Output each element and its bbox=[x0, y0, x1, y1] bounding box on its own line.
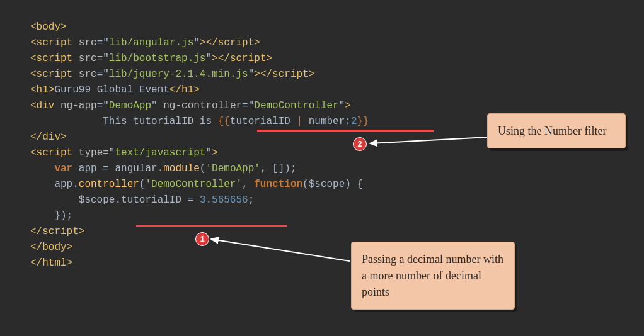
callout-decimal-number: Passing a decimal number with a more num… bbox=[351, 242, 515, 310]
code-line: $scope.tutorialID = 3.565656; bbox=[30, 194, 254, 206]
code-line: }); bbox=[30, 210, 72, 221]
code-line: <body> bbox=[30, 21, 67, 33]
code-line: </body> bbox=[30, 242, 72, 253]
code-line: <script bbox=[30, 147, 72, 159]
code-line: <script bbox=[30, 53, 72, 64]
code-line: <div bbox=[30, 100, 54, 111]
highlight-underline-1 bbox=[136, 225, 287, 227]
code-line: var app = angular.module('DemoApp', []); bbox=[30, 163, 297, 174]
highlight-underline-2 bbox=[257, 130, 434, 132]
badge-1: 1 bbox=[195, 232, 209, 246]
callout-number-filter: Using the Number filter bbox=[487, 113, 626, 148]
code-line: <h1> bbox=[30, 84, 54, 96]
badge-2: 2 bbox=[353, 137, 367, 151]
code-line: <script bbox=[30, 69, 72, 80]
code-line: </html> bbox=[30, 257, 72, 269]
code-line: </div> bbox=[30, 132, 67, 143]
code-line: This tutorialID is {{tutorialID | number… bbox=[30, 116, 369, 127]
code-line: <script bbox=[30, 37, 72, 48]
code-line: </script> bbox=[30, 226, 84, 237]
code-line: app.controller('DemoController', functio… bbox=[30, 179, 363, 190]
